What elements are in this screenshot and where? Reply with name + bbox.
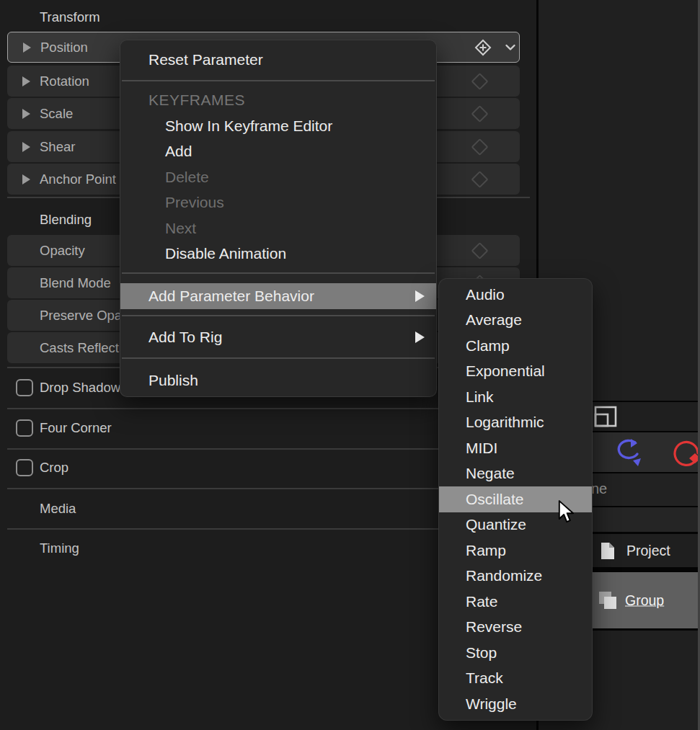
submenu-arrow-icon — [415, 290, 425, 302]
disclosure-triangle-icon[interactable] — [22, 142, 30, 152]
menu-separator — [122, 315, 435, 316]
disclosure-triangle-icon[interactable] — [23, 43, 31, 53]
menu-item-label: Add To Rig — [149, 329, 222, 346]
chevron-down-icon[interactable] — [505, 43, 516, 51]
timing-heading: Timing — [40, 540, 79, 556]
blending-heading: Blending — [40, 212, 92, 228]
submenu-item-average[interactable]: Average — [439, 308, 592, 334]
checkbox-label: Crop — [40, 460, 68, 476]
menu-section-keyframes: KEYFRAMES — [120, 88, 436, 112]
motion-inspector-screen: Transform Position Rotation Scale — [0, 0, 700, 730]
menu-item-next: Next — [120, 215, 436, 241]
submenu-item-reverse[interactable]: Reverse — [439, 615, 592, 641]
group-label: Group — [625, 592, 664, 609]
submenu-item-rate[interactable]: Rate — [439, 589, 592, 615]
add-keyframe-icon[interactable] — [474, 38, 492, 57]
menu-item-reset-parameter[interactable]: Reset Parameter — [120, 45, 436, 75]
context-menu: Reset Parameter KEYFRAMES Show In Keyfra… — [120, 40, 437, 397]
submenu-item-clamp[interactable]: Clamp — [439, 333, 592, 359]
submenu-item-randomize[interactable]: Randomize — [439, 564, 592, 589]
submenu-item-ramp[interactable]: Ramp — [439, 538, 592, 564]
keyframe-diamond-icon[interactable] — [471, 72, 488, 89]
param-label: Opacity — [40, 243, 85, 259]
menu-separator — [122, 80, 435, 81]
submenu-item-wriggle[interactable]: Wriggle — [439, 691, 592, 717]
menu-item-publish[interactable]: Publish — [120, 366, 436, 395]
submenu-arrow-icon — [415, 331, 425, 343]
crop-checkbox[interactable] — [16, 459, 33, 476]
submenu-item-stop[interactable]: Stop — [439, 640, 592, 666]
menu-separator — [122, 357, 435, 359]
loop-behavior-icon[interactable] — [613, 437, 644, 468]
project-file-icon — [601, 542, 615, 560]
menu-item-add[interactable]: Add — [120, 139, 436, 164]
submenu-item-link[interactable]: Link — [439, 384, 592, 410]
submenu-item-midi[interactable]: MIDI — [439, 435, 592, 461]
record-keyframe-icon[interactable] — [671, 435, 700, 469]
media-heading: Media — [40, 501, 76, 517]
checkbox-label: Drop Shadow — [40, 380, 120, 396]
param-label: Position — [40, 40, 88, 55]
menu-item-delete: Delete — [120, 164, 436, 190]
menu-item-previous: Previous — [120, 190, 436, 215]
menu-item-label: Add Parameter Behavior — [149, 288, 314, 305]
menu-separator — [122, 272, 435, 274]
mouse-cursor-icon — [557, 500, 577, 525]
menu-item-add-parameter-behavior[interactable]: Add Parameter Behavior — [120, 283, 436, 309]
disclosure-triangle-icon[interactable] — [22, 174, 30, 184]
param-label: Scale — [40, 106, 73, 122]
param-label: Blend Mode — [40, 275, 111, 291]
panes-icon[interactable] — [594, 406, 617, 429]
submenu-item-exponential[interactable]: Exponential — [439, 359, 592, 385]
drop-shadow-checkbox[interactable] — [16, 379, 33, 396]
submenu-item-audio[interactable]: Audio — [439, 282, 592, 308]
param-label: Shear — [40, 139, 75, 155]
checkbox-label: Four Corner — [40, 420, 112, 436]
truncated-text: ne — [591, 481, 607, 497]
keyframe-diamond-icon[interactable] — [471, 241, 488, 259]
keyframe-diamond-icon[interactable] — [471, 104, 488, 122]
submenu-item-negate[interactable]: Negate — [439, 461, 592, 487]
four-corner-checkbox[interactable] — [16, 419, 33, 437]
param-label: Rotation — [40, 74, 89, 89]
group-layers-icon — [598, 591, 619, 611]
submenu-item-track[interactable]: Track — [439, 666, 592, 692]
transform-heading: Transform — [40, 9, 100, 25]
menu-item-show-in-keyframe-editor[interactable]: Show In Keyframe Editor — [120, 113, 436, 138]
menu-item-add-to-rig[interactable]: Add To Rig — [120, 323, 436, 352]
behavior-submenu: Audio Average Clamp Exponential Link Log… — [438, 278, 593, 721]
keyframe-diamond-icon[interactable] — [471, 170, 488, 187]
param-label: Anchor Point — [40, 172, 116, 187]
disclosure-triangle-icon[interactable] — [22, 109, 30, 119]
menu-item-disable-animation[interactable]: Disable Animation — [120, 241, 436, 267]
submenu-item-logarithmic[interactable]: Logarithmic — [439, 410, 592, 436]
disclosure-triangle-icon[interactable] — [22, 76, 30, 86]
project-label: Project — [626, 543, 670, 559]
keyframe-diamond-icon[interactable] — [471, 138, 488, 155]
